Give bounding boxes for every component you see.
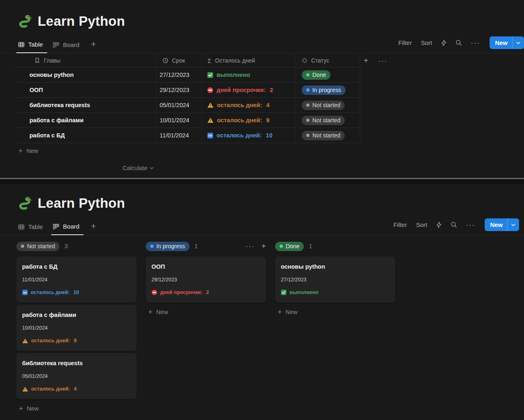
sort-button[interactable]: Sort xyxy=(416,221,427,228)
row-status-cell[interactable]: Done xyxy=(296,67,360,82)
lightning-icon[interactable] xyxy=(441,40,447,46)
card-days: осталось дней: 4 xyxy=(22,386,131,392)
card-title: библиотека requests xyxy=(22,360,131,366)
status-label: Done xyxy=(286,243,299,249)
status-dot xyxy=(306,88,309,92)
chevron-down-icon[interactable] xyxy=(508,224,519,226)
status-label: In progress xyxy=(156,243,185,249)
row-name[interactable]: основы python xyxy=(15,67,157,82)
page-title: Learn Python xyxy=(38,13,125,29)
new-card-button[interactable]: + New xyxy=(16,405,137,412)
row-date[interactable]: 27/12/2023 xyxy=(157,67,202,82)
days-value: 2 xyxy=(270,87,273,93)
board-card[interactable]: библиотека requests 05/01/2024 осталось … xyxy=(16,353,137,399)
row-date[interactable]: 10/01/2024 xyxy=(157,113,202,128)
board-column-not-started: Not started 3 работа с БД 11/01/2024 OK … xyxy=(16,241,137,412)
status-badge[interactable]: Not started xyxy=(16,242,59,251)
status-badge[interactable]: Done xyxy=(275,242,304,251)
card-title: ООП xyxy=(151,263,260,270)
sigma-icon: Σ xyxy=(208,58,211,64)
row-name[interactable]: библиотека requests xyxy=(15,98,157,112)
column-header-status[interactable]: Статус xyxy=(296,54,360,67)
board-card[interactable]: ООП 29/12/2023 дней просрочки: 2 xyxy=(146,256,266,303)
filter-button[interactable]: Filter xyxy=(398,39,412,46)
filter-button[interactable]: Filter xyxy=(393,221,407,228)
row-status-cell[interactable]: In progress xyxy=(296,83,360,97)
new-button-label: New xyxy=(490,39,512,46)
new-card-button[interactable]: + New xyxy=(146,308,266,316)
sort-button[interactable]: Sort xyxy=(421,39,432,46)
days-label: осталось дней: xyxy=(31,290,70,295)
row-date[interactable]: 05/01/2024 xyxy=(157,98,202,112)
table-more-icon[interactable]: ··· xyxy=(378,54,387,67)
snake-icon[interactable] xyxy=(16,13,32,29)
column-header-glavy[interactable]: Главы xyxy=(15,54,157,67)
tab-table[interactable]: Table xyxy=(16,41,47,53)
card-days: OK осталось дней: 10 xyxy=(22,290,131,295)
page-header: Learn Python xyxy=(0,193,524,213)
status-label: Done xyxy=(312,72,326,78)
row-name[interactable]: работа с файлами xyxy=(15,113,157,128)
row-name[interactable]: ООП xyxy=(15,83,157,97)
svg-text:OK: OK xyxy=(23,291,27,294)
status-label: In progress xyxy=(312,87,341,93)
status-badge[interactable]: Not started xyxy=(302,116,345,125)
status-badge[interactable]: In progress xyxy=(302,85,346,95)
new-card-button[interactable]: + New xyxy=(275,308,395,316)
board-columns-icon xyxy=(53,223,59,230)
search-icon[interactable] xyxy=(456,40,462,46)
tab-board[interactable]: Board xyxy=(51,41,84,53)
board-card[interactable]: основы python 27/12/2023 выполнено xyxy=(275,256,395,303)
board-card[interactable]: работа с БД 11/01/2024 OK осталось дней:… xyxy=(16,256,137,303)
row-name[interactable]: работа с БД xyxy=(15,128,157,143)
calculate-label: Calculate xyxy=(123,165,147,171)
add-view-button[interactable]: + xyxy=(88,40,99,53)
warning-icon xyxy=(22,338,28,344)
card-days: осталось дней: 9 xyxy=(22,338,131,344)
board-group-header: In progress 1 ··· + xyxy=(146,241,266,252)
new-row-button[interactable]: + New xyxy=(15,143,360,158)
board-group-header: Not started 3 xyxy=(16,241,137,252)
table-row: работа с БД 11/01/2024 OK осталось дней:… xyxy=(15,128,360,143)
row-status-cell[interactable]: Not started xyxy=(296,98,360,112)
row-days[interactable]: дней просрочки: 2 xyxy=(202,83,296,97)
tab-table[interactable]: Table xyxy=(16,223,47,235)
add-view-button[interactable]: + xyxy=(88,222,99,235)
row-days[interactable]: выполнено xyxy=(202,67,296,82)
days-value: 9 xyxy=(266,117,269,124)
more-icon[interactable]: ··· xyxy=(471,39,480,47)
row-days[interactable]: осталось дней: 4 xyxy=(202,98,296,112)
group-add-icon[interactable]: + xyxy=(261,242,266,250)
status-badge[interactable]: In progress xyxy=(146,242,190,251)
row-status-cell[interactable]: Not started xyxy=(296,128,360,143)
card-title: основы python xyxy=(281,263,390,270)
chevron-down-icon[interactable] xyxy=(513,42,524,44)
search-icon[interactable] xyxy=(451,222,457,228)
green-check-icon xyxy=(281,290,287,295)
row-days[interactable]: осталось дней: 9 xyxy=(202,113,296,128)
snake-icon[interactable] xyxy=(16,195,32,211)
column-header-ostalos-dney[interactable]: Σ Осталось дней xyxy=(202,54,296,67)
row-status-cell[interactable]: Not started xyxy=(296,113,360,128)
lightning-icon[interactable] xyxy=(436,222,442,228)
status-badge[interactable]: Not started xyxy=(302,101,345,110)
more-icon[interactable]: ··· xyxy=(466,221,475,229)
calculate-button[interactable]: Calculate xyxy=(15,158,154,172)
add-column-button[interactable]: + xyxy=(364,54,368,67)
row-days[interactable]: OK осталось дней: 10 xyxy=(202,128,296,143)
page-title: Learn Python xyxy=(38,195,125,211)
column-label: Статус xyxy=(311,57,329,64)
group-more-icon[interactable]: ··· xyxy=(246,243,255,250)
bookmark-icon xyxy=(34,58,40,63)
table-row: библиотека requests 05/01/2024 осталось … xyxy=(15,98,360,113)
status-badge[interactable]: Not started xyxy=(302,131,345,140)
plus-icon: + xyxy=(148,308,153,316)
status-badge[interactable]: Done xyxy=(302,70,330,80)
row-date[interactable]: 11/01/2024 xyxy=(157,128,202,143)
column-header-srok[interactable]: Срок xyxy=(157,54,202,67)
board-card[interactable]: работа с файлами 10/01/2024 осталось дне… xyxy=(16,305,137,351)
row-date[interactable]: 29/12/2023 xyxy=(157,83,202,97)
new-button[interactable]: New xyxy=(490,36,524,49)
tab-board[interactable]: Board xyxy=(51,223,84,235)
new-button[interactable]: New xyxy=(485,218,519,231)
